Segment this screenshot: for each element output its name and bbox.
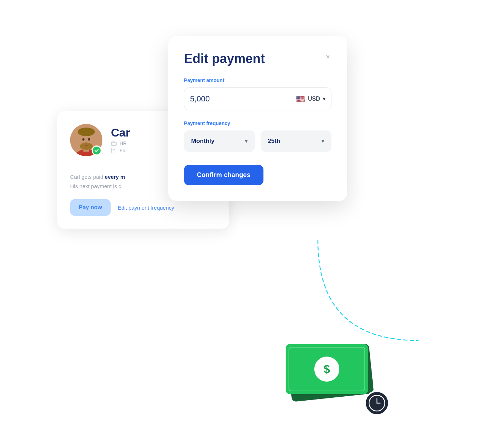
payment-highlight: every m — [105, 174, 125, 180]
payment-amount-group: Payment amount 🇺🇸 USD ▾ — [184, 77, 331, 110]
svg-point-4 — [78, 128, 95, 136]
dollar-icon: $ — [314, 357, 339, 382]
department-text: HR — [120, 140, 127, 146]
modal-title: Edit payment — [184, 52, 265, 66]
currency-chevron-icon: ▾ — [323, 96, 325, 102]
amount-input[interactable] — [190, 94, 290, 104]
pay-now-button[interactable]: Pay now — [70, 199, 111, 216]
currency-selector[interactable]: 🇺🇸 USD ▾ — [290, 95, 325, 103]
frequency-value: Monthly — [191, 138, 214, 145]
frequency-chevron-icon: ▾ — [245, 138, 248, 144]
briefcase-icon — [111, 140, 117, 146]
avatar-wrapper — [70, 124, 102, 156]
employee-name: Car — [111, 127, 130, 138]
payment-frequency-group: Payment frequency Monthly ▾ 25th ▾ — [184, 120, 331, 152]
svg-point-8 — [85, 142, 87, 143]
day-chevron-icon: ▾ — [321, 138, 324, 144]
edit-payment-modal: Edit payment × Payment amount 🇺🇸 USD ▾ P… — [168, 36, 347, 201]
currency-code: USD — [308, 96, 320, 102]
clock-badge — [364, 391, 389, 416]
close-button[interactable]: × — [324, 52, 331, 62]
employment-type: Ful — [120, 148, 126, 153]
meta-department: HR — [111, 140, 130, 146]
card-actions: Pay now Edit payment frequency — [70, 199, 216, 216]
document-icon — [111, 148, 117, 153]
employee-info: Car HR Ful — [111, 127, 130, 153]
payment-frequency-label: Payment frequency — [184, 120, 331, 126]
dashed-decoration — [311, 233, 425, 348]
meta-type: Ful — [111, 148, 130, 153]
money-bills: $ — [286, 344, 379, 408]
bill-front: $ — [286, 344, 368, 394]
svg-rect-10 — [112, 148, 116, 153]
currency-flag: 🇺🇸 — [296, 95, 305, 103]
svg-point-6 — [82, 138, 84, 141]
clock-icon — [368, 394, 386, 412]
frequency-dropdown[interactable]: Monthly ▾ — [184, 130, 255, 152]
day-dropdown[interactable]: 25th ▾ — [261, 130, 331, 152]
money-illustration: $ — [286, 344, 379, 408]
confirm-button[interactable]: Confirm changes — [184, 165, 263, 185]
frequency-row: Monthly ▾ 25th ▾ — [184, 130, 331, 152]
payment-amount-label: Payment amount — [184, 77, 331, 83]
svg-rect-9 — [111, 142, 116, 145]
modal-header: Edit payment × — [184, 52, 331, 66]
svg-point-7 — [88, 138, 90, 141]
amount-input-wrapper: 🇺🇸 USD ▾ — [184, 87, 331, 110]
next-payment-text: His next payment is d — [70, 183, 121, 189]
edit-frequency-link[interactable]: Edit payment frequency — [118, 205, 174, 211]
payment-text-before: Carl gets paid — [70, 174, 105, 180]
employee-meta: HR Ful — [111, 140, 130, 153]
verified-badge — [92, 145, 102, 156]
svg-point-5 — [80, 143, 93, 150]
day-value: 25th — [268, 138, 280, 145]
